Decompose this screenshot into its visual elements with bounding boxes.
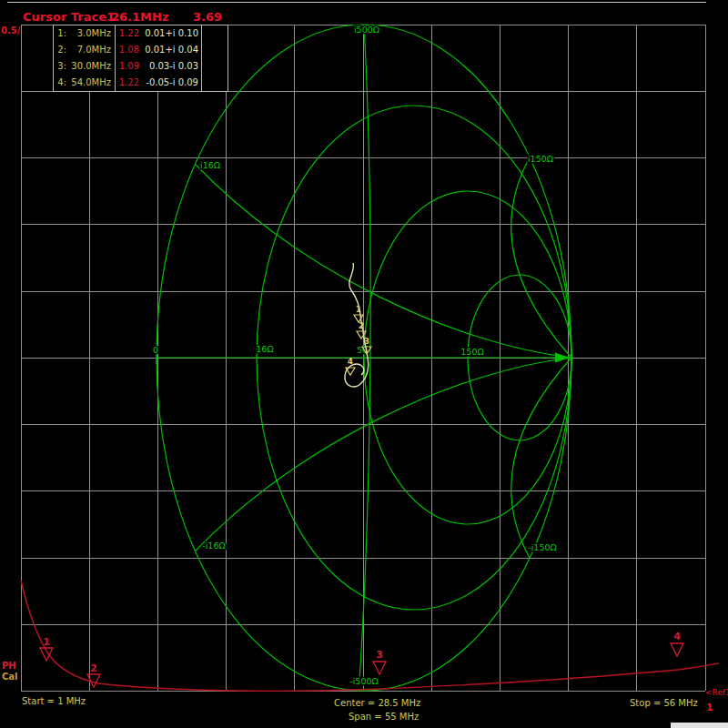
label-r150: 150Ω xyxy=(460,347,483,357)
cursor-value: 3.69 xyxy=(193,10,222,24)
marker-table: 1:3.0MHz 1.220.01+i 0.10 2:7.0MHz 1.080.… xyxy=(53,25,228,92)
trace1-number: 1 xyxy=(706,702,713,713)
marker-table-row-2: 2:7.0MHz 1.080.01+i 0.04 xyxy=(54,42,228,58)
graticule-plot: i500Ω i16Ω i150Ω 0 16Ω 50 150Ω -i16Ω -i1… xyxy=(0,0,728,728)
vswr-marker-2-num: 2 xyxy=(90,662,97,674)
marker-table-row-4: 4:54.0MHz 1.22-0.05-i 0.09 xyxy=(54,75,228,91)
marker-3-vswr: 1.09 xyxy=(116,58,139,75)
label-neg-i16: -i16Ω xyxy=(202,541,225,551)
marker-table-row-1: 1:3.0MHz 1.220.01+i 0.10 xyxy=(54,25,228,42)
ref1-marker[interactable]: <Ref1 xyxy=(705,688,728,697)
label-neg-i150: -i150Ω xyxy=(528,542,556,552)
smith-axis-arrowhead xyxy=(555,353,570,363)
cursor-frequency: 26.1MHz xyxy=(111,10,168,24)
marker-2-vswr: 1.08 xyxy=(116,42,139,58)
status-center: Center = 28.5 MHz xyxy=(334,698,420,708)
marker-1-index: 1: xyxy=(54,25,66,42)
vna-app-screen: i500Ω i16Ω i150Ω 0 16Ω 50 150Ω -i16Ω -i1… xyxy=(0,0,728,728)
marker-3-empty-cell xyxy=(202,58,228,75)
status-stop: Stop = 56 MHz xyxy=(630,698,698,708)
marker-4-gamma: -0.05-i 0.09 xyxy=(139,75,201,91)
smith-marker-4-num: 4 xyxy=(348,357,353,366)
marker-1-gamma: 0.01+i 0.10 xyxy=(139,25,201,42)
status-span: Span = 55 MHz xyxy=(349,712,419,722)
marker-4-empty-cell xyxy=(202,75,228,91)
marker-3-index: 3: xyxy=(54,58,66,75)
vswr-marker-4-num: 4 xyxy=(673,631,681,642)
label-i150: i150Ω xyxy=(528,154,553,164)
vswr-marker-3-pointer xyxy=(373,662,386,674)
marker-1-vswr: 1.22 xyxy=(116,25,139,42)
smith-marker-3-num: 3 xyxy=(364,337,369,346)
marker-4-index: 4: xyxy=(54,75,66,91)
vswr-marker-4-pointer xyxy=(671,643,683,656)
marker-2-index: 2: xyxy=(54,42,66,58)
vswr-marker-1-num: 1 xyxy=(43,636,50,648)
label-r16: 16Ω xyxy=(256,344,273,354)
marker-4-freq: 54.0MHz xyxy=(66,75,115,91)
trace-ph-label: PH xyxy=(2,661,16,671)
scale-per-div-label: 0.5/ xyxy=(1,25,20,35)
marker-1-empty-cell xyxy=(202,25,228,42)
smith-marker-1-num: 1 xyxy=(356,305,361,314)
marker-2-empty-cell xyxy=(202,42,228,58)
label-i16: i16Ω xyxy=(200,160,220,170)
vswr-marker-3[interactable]: 3 xyxy=(373,649,386,674)
vswr-trace xyxy=(21,581,719,691)
marker-table-row-3: 3:30.0MHz 1.090.03-i 0.03 xyxy=(54,58,228,75)
marker-4-vswr: 1.22 xyxy=(116,75,139,91)
vswr-marker-4[interactable]: 4 xyxy=(671,631,683,656)
marker-3-freq: 30.0MHz xyxy=(66,58,115,75)
marker-1-freq: 3.0MHz xyxy=(66,25,115,42)
cursor-label: Cursor Trace1: xyxy=(23,10,119,24)
label-i500: i500Ω xyxy=(354,25,379,35)
marker-2-gamma: 0.01+i 0.04 xyxy=(139,42,201,58)
status-start: Start = 1 MHz xyxy=(22,696,86,706)
marker-2-freq: 7.0MHz xyxy=(66,42,115,58)
label-neg-i500: -i500Ω xyxy=(349,676,378,686)
trace-cal-label: Cal xyxy=(2,672,18,682)
vswr-marker-3-num: 3 xyxy=(376,649,383,661)
smith-marker-2-num: 2 xyxy=(359,321,364,330)
label-r0: 0 xyxy=(153,345,158,355)
bottom-right-panel-edge xyxy=(671,723,728,728)
marker-3-gamma: 0.03-i 0.03 xyxy=(139,58,201,75)
cursor-readout: Cursor Trace1: xyxy=(23,10,119,24)
smith-marker-1[interactable]: 1 xyxy=(354,305,363,322)
